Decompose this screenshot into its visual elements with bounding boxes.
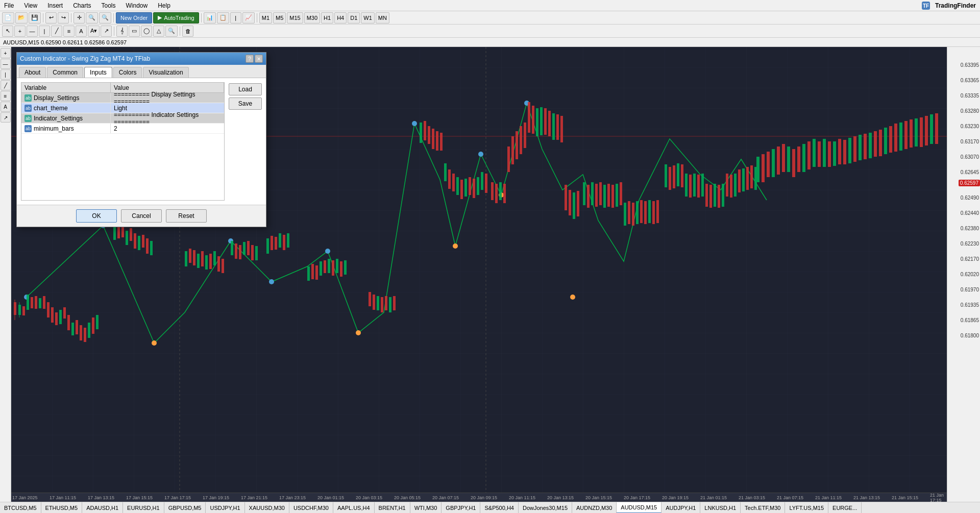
- tab-sp500[interactable]: S&P500,H4: [480, 502, 518, 514]
- rect-tool[interactable]: ▭: [129, 26, 140, 37]
- zoomout-btn[interactable]: 🔍: [99, 12, 111, 23]
- arrow-draw-tool[interactable]: ↗: [101, 26, 112, 37]
- menu-view[interactable]: View: [22, 1, 39, 10]
- dialog-close-btn[interactable]: ✕: [255, 55, 263, 63]
- tf-m1[interactable]: M1: [259, 12, 272, 23]
- tf-h1[interactable]: H1: [321, 12, 333, 23]
- crosshair-btn[interactable]: ✛: [74, 12, 85, 23]
- delete-tool[interactable]: 🗑: [182, 26, 193, 37]
- reset-button[interactable]: Reset: [166, 209, 207, 223]
- zoomin-btn[interactable]: 🔍: [86, 12, 98, 23]
- chart-type-btn[interactable]: 📈: [242, 12, 255, 23]
- new-btn[interactable]: 📄: [2, 12, 14, 23]
- new-order-btn[interactable]: New Order: [116, 12, 152, 23]
- open-btn[interactable]: 📂: [15, 12, 28, 23]
- tf-m5[interactable]: M5: [273, 12, 286, 23]
- tab-eurge[interactable]: EURGE...: [828, 502, 862, 514]
- symbol-bar: AUDUSD,M15 0.62590 0.62611 0.62586 0.625…: [0, 38, 980, 47]
- save-button[interactable]: Save: [229, 97, 262, 110]
- tab-aapl[interactable]: AAPL.US,H4: [333, 502, 375, 514]
- tf-m30[interactable]: M30: [304, 12, 320, 23]
- tab-lyft[interactable]: LYFT.US,M15: [785, 502, 828, 514]
- tf-w1[interactable]: W1: [361, 12, 375, 23]
- tab-visualization[interactable]: Visualization: [143, 67, 188, 78]
- tab-adausd[interactable]: ADAUSD,H1: [82, 502, 123, 514]
- row-icon-minbars: ab: [24, 125, 32, 132]
- lp-arrow[interactable]: ↗: [1, 112, 11, 123]
- template-btn[interactable]: 📋: [217, 12, 229, 23]
- tf-h4[interactable]: H4: [334, 12, 347, 23]
- trendline-tool[interactable]: ╱: [51, 26, 62, 37]
- tab-audusd[interactable]: AUDUSD,M15: [617, 502, 662, 514]
- menu-help[interactable]: Help: [156, 1, 173, 10]
- triangle-tool[interactable]: △: [153, 26, 164, 37]
- load-button[interactable]: Load: [229, 83, 262, 95]
- crosshair-tool[interactable]: +: [14, 26, 26, 37]
- lp-line[interactable]: —: [1, 59, 11, 69]
- table-row[interactable]: ab Display_Settings ========== Display S…: [21, 93, 224, 103]
- vline-tool[interactable]: |: [39, 26, 50, 37]
- row-var-display-settings: ab Display_Settings: [21, 93, 111, 103]
- price-11: 0.62230: [961, 241, 979, 247]
- menu-insert[interactable]: Insert: [45, 1, 65, 10]
- lp-vline[interactable]: |: [1, 69, 11, 80]
- cancel-button[interactable]: Cancel: [121, 209, 162, 223]
- tab-wti[interactable]: WTI,M30: [410, 502, 442, 514]
- price-4: 0.63230: [961, 124, 979, 129]
- hchannel-tool[interactable]: ≡: [63, 26, 75, 37]
- tab-gbpusd[interactable]: GBPUSD,M5: [164, 502, 206, 514]
- indicator-btn[interactable]: 📊: [204, 12, 216, 23]
- table-row[interactable]: ab minimum_bars 2: [21, 124, 224, 134]
- label-tool[interactable]: A▾: [88, 26, 100, 37]
- tab-xauusd[interactable]: XAUUSD,M30: [245, 502, 289, 514]
- fib-tool[interactable]: 𝄞: [116, 26, 128, 37]
- lp-channel[interactable]: ≡: [1, 91, 11, 101]
- tf-mn[interactable]: MN: [376, 12, 389, 23]
- menu-charts[interactable]: Charts: [71, 1, 93, 10]
- tab-colors[interactable]: Colors: [113, 67, 142, 78]
- tab-btcusd[interactable]: BTCUSD,M5: [0, 502, 41, 514]
- tf-d1[interactable]: D1: [348, 12, 360, 23]
- dialog-help-btn[interactable]: ?: [246, 55, 254, 63]
- tab-audnzd[interactable]: AUDNZD,M30: [572, 502, 617, 514]
- price-14: 0.61970: [961, 287, 979, 292]
- lp-ray[interactable]: ╱: [1, 80, 11, 90]
- tab-brent[interactable]: BRENT,H1: [375, 502, 410, 514]
- zoom-tool[interactable]: 🔍: [165, 26, 178, 37]
- tab-inputs[interactable]: Inputs: [84, 67, 112, 78]
- dialog-overlay: Custom Indicator - Swing Zig Zag MT4 by …: [11, 47, 947, 502]
- text-tool[interactable]: A: [76, 26, 87, 37]
- row-icon-theme: ab: [24, 105, 32, 112]
- menu-window[interactable]: Window: [124, 1, 150, 10]
- tf-m15[interactable]: M15: [287, 12, 303, 23]
- save-btn[interactable]: 💾: [29, 12, 41, 23]
- price-2: 0.63335: [961, 93, 979, 99]
- menu-file[interactable]: File: [2, 1, 16, 10]
- menu-tools[interactable]: Tools: [100, 1, 118, 10]
- tab-usdchf[interactable]: USDCHF,M30: [289, 502, 333, 514]
- tab-usdjpy[interactable]: USDJPY,H1: [206, 502, 244, 514]
- lp-crosshair[interactable]: +: [1, 48, 11, 58]
- price-0: 0.63395: [961, 62, 979, 68]
- tab-eurusd[interactable]: EURUSD,H1: [123, 502, 164, 514]
- tf-logo-icon: TF: [921, 1, 931, 11]
- tab-audjpy[interactable]: AUDJPY,H1: [662, 502, 700, 514]
- lp-text[interactable]: A: [1, 102, 11, 112]
- autotrading-btn[interactable]: ▶ AutoTrading: [153, 12, 199, 23]
- table-row[interactable]: ab Indicator_Settings ========== Indicat…: [21, 113, 224, 124]
- tab-dowjones[interactable]: DowJones30,M15: [519, 502, 572, 514]
- ok-button[interactable]: OK: [76, 209, 117, 223]
- tab-ethusd[interactable]: ETHUSD,M5: [41, 502, 83, 514]
- period-sep-btn[interactable]: |: [230, 12, 241, 23]
- hline-tool[interactable]: —: [27, 26, 38, 37]
- tab-about[interactable]: About: [19, 67, 46, 78]
- tab-lnkusd[interactable]: LNKUSD,H1: [700, 502, 741, 514]
- arrow-tool[interactable]: ↖: [2, 26, 13, 37]
- tab-common[interactable]: Common: [47, 67, 83, 78]
- redo-btn[interactable]: ↪: [58, 12, 69, 23]
- tab-gbpjpy[interactable]: GBPJPY,H1: [442, 502, 480, 514]
- dialog-title-bar[interactable]: Custom Indicator - Swing Zig Zag MT4 by …: [17, 53, 266, 65]
- undo-btn[interactable]: ↩: [45, 12, 57, 23]
- tab-techetf[interactable]: Tech.ETF,M30: [741, 502, 785, 514]
- ellipse-tool[interactable]: ◯: [141, 26, 152, 37]
